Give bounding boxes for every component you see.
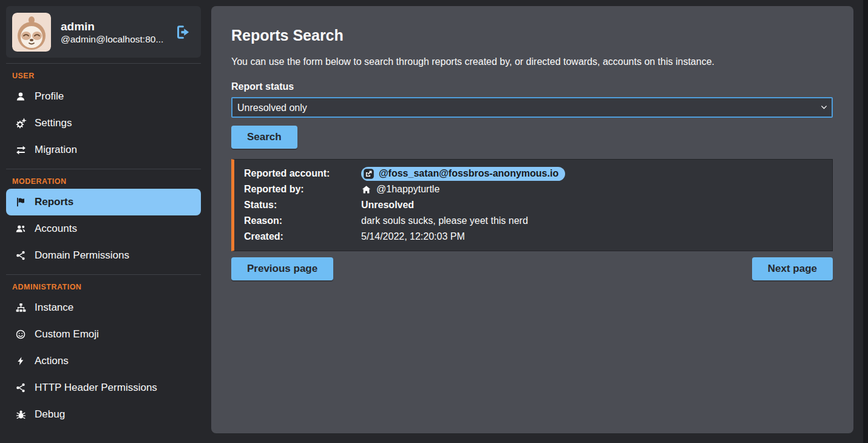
search-button[interactable]: Search bbox=[231, 126, 297, 149]
sidebar-item-actions[interactable]: Actions bbox=[6, 348, 201, 374]
report-reason-value: dark souls sucks, please yeet this nerd bbox=[361, 215, 822, 226]
next-page-button[interactable]: Next page bbox=[752, 257, 833, 280]
sidebar-item-label: Actions bbox=[35, 355, 69, 367]
report-row: Reported by: @1happyturtle bbox=[244, 181, 822, 197]
section-header-user: USER bbox=[6, 64, 201, 83]
report-row-value: @foss_satan@fossbros-anonymous.io bbox=[361, 167, 822, 181]
report-row: Status: Unresolved bbox=[244, 197, 822, 213]
reported-account-link[interactable]: @foss_satan@fossbros-anonymous.io bbox=[361, 167, 565, 181]
sidebar-item-instance[interactable]: Instance bbox=[6, 294, 201, 321]
report-status-label: Report status bbox=[231, 81, 833, 92]
reporter-handle: @1happyturtle bbox=[376, 184, 439, 195]
report-created-value: 5/14/2022, 12:20:03 PM bbox=[361, 231, 822, 242]
gears-icon bbox=[15, 118, 27, 129]
report-row-value: @1happyturtle bbox=[361, 184, 822, 195]
scrollbar[interactable] bbox=[863, 0, 868, 443]
report-row-label: Reported by: bbox=[244, 184, 361, 195]
sidebar-item-accounts[interactable]: Accounts bbox=[6, 215, 201, 242]
report-card[interactable]: Reported account: @foss_satan@fossbros-a… bbox=[231, 159, 833, 251]
sidebar-item-label: Settings bbox=[35, 117, 72, 129]
sidebar-item-profile[interactable]: Profile bbox=[6, 83, 201, 110]
home-icon bbox=[361, 184, 371, 195]
sidebar-item-migration[interactable]: Migration bbox=[6, 137, 201, 163]
share-nodes-icon bbox=[15, 250, 27, 261]
sidebar-item-label: Debug bbox=[35, 408, 65, 421]
report-row: Reported account: @foss_satan@fossbros-a… bbox=[244, 166, 822, 181]
report-row-label: Status: bbox=[244, 200, 361, 211]
external-link-icon bbox=[363, 168, 375, 180]
user-handle: @admin@localhost:80... bbox=[61, 34, 163, 45]
user-card[interactable]: admin @admin@localhost:80... bbox=[6, 6, 201, 58]
avatar bbox=[12, 13, 51, 52]
reports-panel: Reports Search You can use the form belo… bbox=[211, 6, 853, 433]
sidebar-item-reports[interactable]: Reports bbox=[6, 189, 201, 215]
report-row-label: Created: bbox=[244, 231, 361, 242]
sidebar-item-label: Instance bbox=[35, 302, 73, 314]
sidebar-item-domain-permissions[interactable]: Domain Permissions bbox=[6, 242, 201, 269]
sidebar-item-label: Migration bbox=[35, 144, 77, 156]
sidebar-item-label: Custom Emoji bbox=[35, 328, 99, 340]
report-row: Created: 5/14/2022, 12:20:03 PM bbox=[244, 229, 822, 245]
report-status-select[interactable]: Unresolved only bbox=[231, 97, 833, 118]
sidebar-item-custom-emoji[interactable]: Custom Emoji bbox=[6, 321, 201, 348]
flag-icon bbox=[15, 197, 27, 208]
report-status-select-wrap: Unresolved only bbox=[231, 97, 833, 118]
sidebar-item-http-header-permissions[interactable]: HTTP Header Permissions bbox=[6, 374, 201, 401]
user-icon bbox=[15, 91, 27, 102]
user-meta: admin @admin@localhost:80... bbox=[61, 19, 163, 46]
user-name: admin bbox=[61, 19, 163, 35]
share-nodes-icon bbox=[15, 382, 27, 393]
reported-account-handle: @foss_satan@fossbros-anonymous.io bbox=[379, 168, 558, 179]
sidebar-item-label: Reports bbox=[35, 196, 73, 208]
sidebar-item-label: Accounts bbox=[35, 223, 77, 235]
page-title: Reports Search bbox=[231, 27, 833, 44]
bolt-icon bbox=[15, 356, 27, 367]
sidebar-item-label: HTTP Header Permissions bbox=[35, 382, 157, 394]
report-row-label: Reason: bbox=[244, 215, 361, 226]
sidebar-item-debug[interactable]: Debug bbox=[6, 401, 201, 428]
bug-icon bbox=[15, 409, 27, 420]
pagination: Previous page Next page bbox=[231, 257, 833, 280]
report-status-value: Unresolved bbox=[361, 200, 822, 211]
section-header-administration: ADMINISTRATION bbox=[6, 275, 201, 294]
page-description: You can use the form below to search thr… bbox=[231, 56, 833, 67]
users-icon bbox=[15, 223, 27, 234]
sidebar-item-label: Profile bbox=[35, 90, 64, 103]
sign-out-icon[interactable] bbox=[175, 24, 191, 40]
sitemap-icon bbox=[15, 302, 27, 313]
smiley-icon bbox=[15, 329, 27, 340]
previous-page-button[interactable]: Previous page bbox=[231, 257, 333, 280]
content-area: Reports Search You can use the form belo… bbox=[209, 0, 868, 443]
section-header-moderation: MODERATION bbox=[6, 169, 201, 189]
arrows-left-right-icon bbox=[15, 144, 27, 156]
sidebar-item-label: Domain Permissions bbox=[35, 249, 129, 262]
sidebar: admin @admin@localhost:80... USER Profil… bbox=[0, 0, 209, 443]
report-row-label: Reported account: bbox=[244, 168, 361, 179]
sidebar-item-settings[interactable]: Settings bbox=[6, 110, 201, 137]
report-row: Reason: dark souls sucks, please yeet th… bbox=[244, 213, 822, 229]
